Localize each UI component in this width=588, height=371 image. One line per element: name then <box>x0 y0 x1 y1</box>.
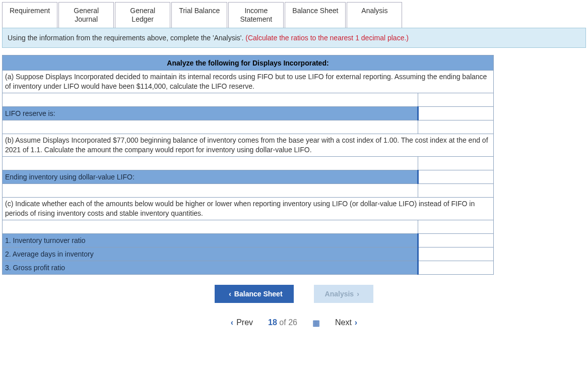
analysis-header: Analyze the following for Displays Incor… <box>3 55 494 71</box>
next-sheet-button[interactable]: Analysis › <box>314 285 373 303</box>
c2-input[interactable] <box>418 247 494 261</box>
instructions-note: (Calculate the ratios to the nearest 1 d… <box>245 34 409 42</box>
tab-analysis[interactable]: Analysis <box>347 2 402 28</box>
tab-income-statement[interactable]: Income Statement <box>228 2 284 28</box>
dollar-value-lifo-input[interactable] <box>418 170 494 184</box>
tab-bar: Requirement General Journal General Ledg… <box>0 0 588 28</box>
lifo-reserve-input[interactable] <box>418 107 494 120</box>
next-sheet-label: Analysis <box>325 290 354 298</box>
tab-label: Balance Sheet <box>292 7 338 15</box>
sheet-nav: ‹ Balance Sheet Analysis › <box>2 285 586 303</box>
spacer <box>3 93 418 107</box>
spacer <box>3 184 418 198</box>
tab-trial-balance[interactable]: Trial Balance <box>171 2 227 28</box>
pager-next-label: Next <box>335 318 352 327</box>
instructions-panel: Using the information from the requireme… <box>2 28 586 48</box>
tab-requirement[interactable]: Requirement <box>2 2 57 28</box>
c1-input[interactable] <box>418 233 494 247</box>
dollar-value-lifo-label: Ending inventory using dollar-value LIFO… <box>3 170 418 184</box>
prev-sheet-label: Balance Sheet <box>234 290 283 298</box>
grid-icon[interactable]: ▦ <box>312 318 320 328</box>
c1-label: 1. Inventory turnover ratio <box>3 233 418 247</box>
tab-label: Trial Balance <box>179 7 220 15</box>
pager-current: 18 <box>268 318 277 327</box>
tab-label: Analysis <box>361 7 387 15</box>
spacer <box>3 157 418 170</box>
pager-total: 26 <box>288 318 297 327</box>
tab-label: General Journal <box>74 7 99 23</box>
part-c-text: (c) Indicate whether each of the amounts… <box>3 198 494 220</box>
part-b-text: (b) Assume Displays Incorporated $77,000… <box>3 134 494 157</box>
pager-prev[interactable]: ‹ Prev <box>231 318 253 327</box>
pager-of: of <box>279 318 286 327</box>
c3-label: 3. Gross profit ratio <box>3 261 418 274</box>
pager-position: 18 of 26 <box>268 318 297 327</box>
chevron-left-icon: ‹ <box>231 318 233 327</box>
input-cell[interactable] <box>418 220 494 233</box>
chevron-right-icon: › <box>355 318 357 327</box>
instructions-main: Using the information from the requireme… <box>8 34 245 42</box>
pager-prev-label: Prev <box>236 318 253 327</box>
input-cell[interactable] <box>418 93 494 107</box>
chevron-left-icon: ‹ <box>229 290 231 298</box>
pager-next[interactable]: Next › <box>335 318 357 327</box>
spacer <box>3 220 418 233</box>
tab-label: General Ledger <box>130 7 155 23</box>
part-a-text: (a) Suppose Displays Incorporated decide… <box>3 71 494 93</box>
tab-general-journal[interactable]: General Journal <box>58 2 114 28</box>
spacer <box>3 120 418 134</box>
tab-balance-sheet[interactable]: Balance Sheet <box>285 2 346 28</box>
c2-label: 2. Average days in inventory <box>3 247 418 261</box>
prev-sheet-button[interactable]: ‹ Balance Sheet <box>215 285 293 303</box>
tab-general-ledger[interactable]: General Ledger <box>115 2 170 28</box>
c3-input[interactable] <box>418 261 494 274</box>
input-cell[interactable] <box>418 184 494 198</box>
input-cell[interactable] <box>418 120 494 134</box>
input-cell[interactable] <box>418 157 494 170</box>
tab-label: Requirement <box>10 7 50 15</box>
lifo-reserve-label: LIFO reserve is: <box>3 107 418 120</box>
analysis-table: Analyze the following for Displays Incor… <box>2 55 494 274</box>
tab-label: Income Statement <box>240 7 272 23</box>
pager: ‹ Prev 18 of 26 ▦ Next › <box>2 318 586 328</box>
chevron-right-icon: › <box>357 290 359 298</box>
